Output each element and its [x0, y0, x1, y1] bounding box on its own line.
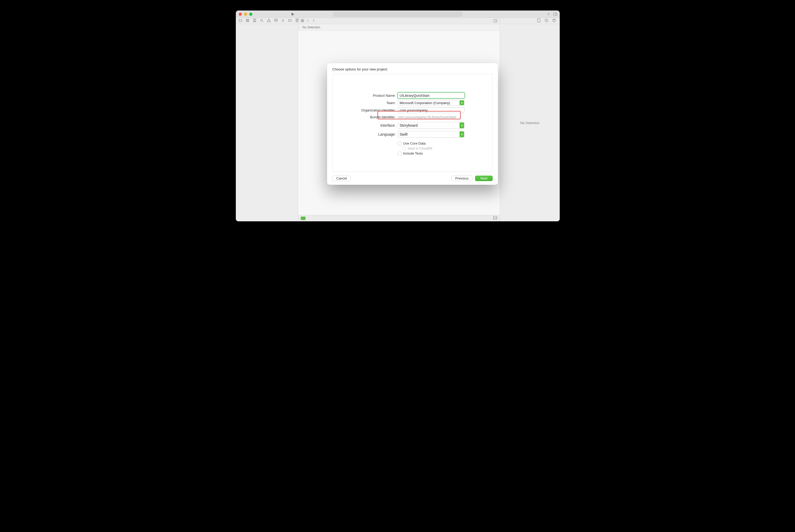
- interface-label: Interface:: [333, 123, 398, 128]
- select-arrows-icon: [459, 131, 464, 137]
- core-data-checkbox-label: Use Core Data: [403, 141, 425, 145]
- svg-rect-14: [493, 216, 497, 219]
- new-project-options-sheet: Choose options for your new project: Pro…: [327, 63, 498, 185]
- source-control-navigator-icon[interactable]: [246, 18, 249, 23]
- sheet-form: Product Name: Team: Microsoft Corporatio…: [332, 74, 493, 172]
- next-button[interactable]: Next: [475, 176, 493, 181]
- navigator-panel: [236, 24, 298, 221]
- bundle-id-label: Bundle Identifier:: [333, 115, 398, 119]
- related-items-icon[interactable]: [301, 19, 304, 23]
- run-button[interactable]: [290, 12, 295, 17]
- minimize-window-button[interactable]: [244, 13, 247, 16]
- select-arrows-icon: [459, 100, 464, 105]
- svg-rect-2: [554, 13, 557, 16]
- include-tests-checkbox-label: Include Tests: [403, 151, 423, 155]
- nav-back-icon[interactable]: [306, 19, 310, 23]
- team-label: Team:: [333, 101, 398, 105]
- product-name-input[interactable]: [398, 93, 465, 98]
- titlebar: +: [236, 11, 560, 18]
- sheet-title: Choose options for your new project:: [327, 63, 498, 74]
- issue-navigator-icon[interactable]: [267, 18, 271, 23]
- nav-forward-icon[interactable]: [312, 19, 315, 23]
- language-select-value: Swift: [400, 132, 408, 136]
- checkbox-icon: [402, 147, 406, 150]
- cloudkit-checkbox-row: Host in CloudKit: [402, 147, 492, 150]
- language-select[interactable]: Swift: [398, 131, 465, 138]
- file-inspector-icon[interactable]: [537, 18, 541, 23]
- find-navigator-icon[interactable]: [260, 18, 264, 23]
- debug-console-icon[interactable]: [301, 216, 305, 220]
- editor-options-icon[interactable]: [493, 19, 497, 24]
- checkbox-icon: [398, 142, 401, 145]
- interface-select-value: Storyboard: [400, 123, 417, 128]
- team-select[interactable]: Microsoft Corporation (Company): [398, 100, 465, 106]
- help-inspector-icon[interactable]: [552, 18, 556, 23]
- xcode-window: +: [236, 11, 560, 221]
- add-tab-button[interactable]: +: [547, 12, 550, 16]
- cloudkit-checkbox-label: Host in CloudKit: [408, 147, 432, 150]
- cancel-button[interactable]: Cancel: [332, 176, 351, 181]
- svg-rect-10: [301, 21, 302, 22]
- breakpoint-navigator-icon[interactable]: [288, 18, 292, 23]
- include-tests-checkbox-row[interactable]: Include Tests: [398, 151, 492, 155]
- traffic-lights: [239, 13, 252, 16]
- svg-rect-11: [303, 21, 304, 22]
- svg-rect-9: [303, 19, 304, 20]
- project-navigator-icon[interactable]: [239, 18, 242, 23]
- close-window-button[interactable]: [239, 13, 242, 16]
- symbol-navigator-icon[interactable]: [253, 18, 257, 23]
- svg-rect-8: [301, 19, 302, 20]
- svg-point-6: [261, 19, 263, 21]
- core-data-checkbox-row[interactable]: Use Core Data: [398, 141, 492, 145]
- zoom-window-button[interactable]: [249, 13, 252, 16]
- debug-bar: [298, 215, 500, 221]
- navigator-tab-row: [236, 18, 560, 24]
- editor-path-bar: No Selection: [300, 24, 500, 31]
- debug-navigator-icon[interactable]: [281, 18, 285, 23]
- product-name-label: Product Name:: [333, 94, 398, 97]
- toggle-inspector-icon[interactable]: [553, 12, 557, 17]
- svg-rect-5: [253, 19, 256, 20]
- select-arrows-icon: [459, 122, 464, 128]
- inspector-panel: No Selection: [500, 24, 560, 221]
- toggle-debug-area-icon[interactable]: [493, 216, 497, 221]
- history-inspector-icon[interactable]: [545, 18, 548, 23]
- bundle-id-value: com.yourcompany.UILibraryQuickStart: [398, 115, 456, 119]
- team-select-value: Microsoft Corporation (Company): [400, 101, 450, 105]
- svg-rect-16: [494, 19, 497, 22]
- inspector-empty-label: No Selection: [520, 121, 540, 125]
- previous-button[interactable]: Previous: [451, 176, 473, 181]
- org-id-label: Organization Identifier:: [333, 108, 398, 112]
- report-navigator-icon[interactable]: [295, 18, 299, 23]
- test-navigator-icon[interactable]: [274, 18, 278, 23]
- activity-bar[interactable]: [333, 12, 462, 17]
- language-label: Language:: [333, 132, 398, 136]
- org-id-input[interactable]: [398, 107, 465, 113]
- checkbox-icon: [398, 152, 401, 155]
- interface-select[interactable]: Storyboard: [398, 122, 465, 129]
